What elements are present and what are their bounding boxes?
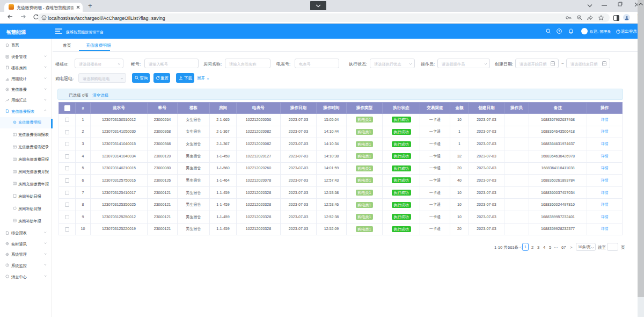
svg-text:?: ?	[558, 30, 560, 33]
